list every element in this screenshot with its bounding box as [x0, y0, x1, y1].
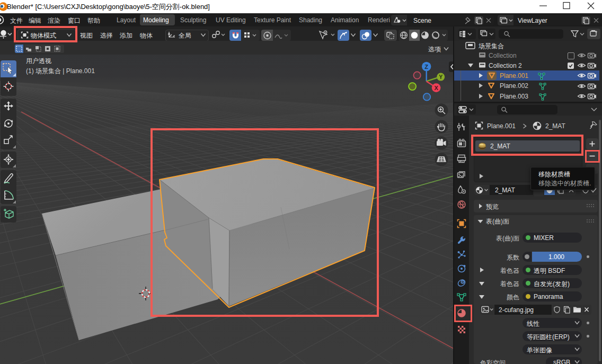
- svg-text:Z: Z: [424, 64, 428, 70]
- svg-text:X: X: [434, 85, 438, 91]
- svg-text:Y: Y: [439, 74, 442, 80]
